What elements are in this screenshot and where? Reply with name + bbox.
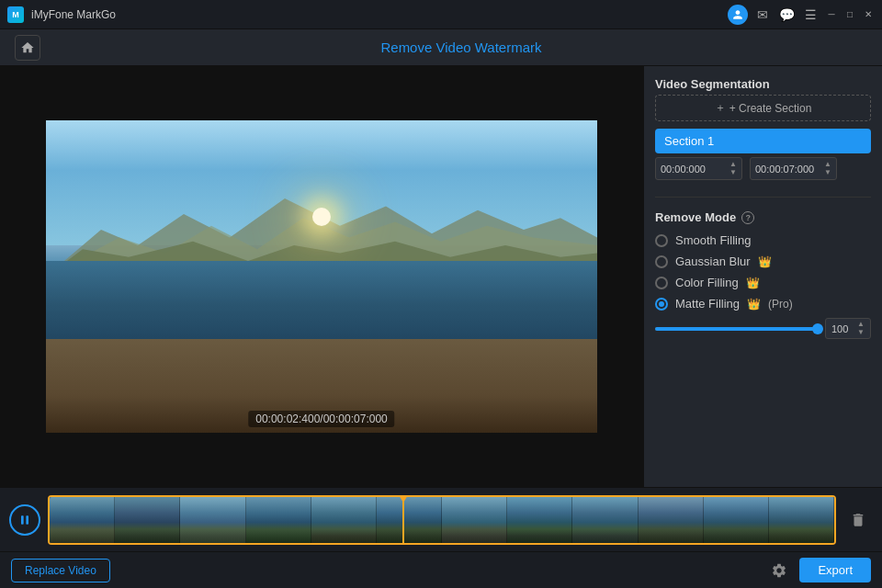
matte-filling-label: Matte Filling [675, 297, 740, 311]
timeline-frame [572, 497, 638, 543]
page-title: Remove Video Watermark [55, 40, 867, 55]
smooth-filling-label: Smooth Filling [675, 233, 751, 247]
color-crown-icon: 👑 [746, 277, 760, 289]
timeline-frame [769, 497, 834, 543]
start-time-spinners: ▲ ▼ [729, 161, 737, 176]
end-time-down[interactable]: ▼ [824, 169, 831, 176]
slider-spinners: ▲ ▼ [857, 321, 865, 336]
radio-matte-circle [655, 298, 668, 311]
mail-icon[interactable]: ✉ [753, 6, 772, 24]
end-time-up[interactable]: ▲ [824, 161, 831, 168]
remove-mode-label: Remove Mode [655, 210, 736, 224]
remove-mode-section: Remove Mode ? Smooth Filling Gaussian Bl… [655, 210, 871, 339]
minimize-button[interactable]: ─ [825, 8, 838, 21]
plus-icon: ＋ [715, 100, 726, 116]
slider-thumb[interactable] [812, 323, 823, 334]
end-time-value: 00:00:07:000 [755, 164, 814, 175]
right-panel: Video Segmentation ＋ + Create Section Se… [643, 66, 882, 487]
timeline-frame [180, 497, 245, 543]
timeline-frame [115, 497, 180, 543]
end-time-spinners: ▲ ▼ [824, 161, 831, 176]
matte-crown-icon: 👑 [747, 298, 761, 311]
svg-rect-3 [21, 515, 24, 524]
timeline-frame [442, 497, 507, 543]
end-time-input[interactable]: 00:00:07:000 ▲ ▼ [750, 157, 837, 180]
menu-icon[interactable]: ☰ [801, 6, 820, 24]
app-icon: M [7, 6, 24, 23]
bottom-right: Export [766, 558, 871, 583]
start-time-input[interactable]: 00:00:000 ▲ ▼ [655, 157, 742, 180]
timeline-frame [246, 497, 311, 543]
close-button[interactable]: ✕ [862, 8, 875, 21]
slider-number: 100 [831, 323, 848, 334]
maximize-button[interactable]: □ [843, 8, 856, 21]
export-button[interactable]: Export [799, 558, 871, 582]
radio-color-circle [655, 277, 668, 289]
app-title: iMyFone MarkGo [31, 8, 728, 21]
section-times: 00:00:000 ▲ ▼ 00:00:07:000 ▲ ▼ [655, 157, 871, 180]
pause-button[interactable] [9, 504, 40, 536]
create-section-button[interactable]: ＋ + Create Section [655, 95, 871, 121]
matte-pro-label: (Pro) [768, 298, 793, 311]
remove-mode-title: Remove Mode ? [655, 210, 871, 224]
segmentation-section: Video Segmentation ＋ + Create Section Se… [655, 77, 871, 184]
video-preview: 00:00:02:400/00:00:07:000 [46, 120, 597, 433]
timeline-frame [377, 497, 442, 543]
sun-burst [312, 208, 331, 226]
chat-icon[interactable]: 💬 [777, 6, 796, 24]
create-section-label: + Create Section [729, 102, 812, 115]
svg-rect-4 [26, 515, 28, 524]
segmentation-title: Video Segmentation [655, 77, 871, 91]
slider-up[interactable]: ▲ [857, 321, 865, 328]
timeline-frame [639, 497, 704, 543]
section-item[interactable]: Section 1 [655, 129, 871, 153]
main-header: Remove Video Watermark [0, 29, 882, 66]
start-time-down[interactable]: ▼ [729, 169, 737, 176]
slider-track[interactable] [655, 327, 818, 331]
slider-fill [655, 327, 818, 331]
start-time-up[interactable]: ▲ [729, 161, 737, 168]
gaussian-blur-label: Gaussian Blur [675, 254, 751, 268]
delete-timeline-button[interactable] [843, 505, 873, 535]
timeline-frame [507, 497, 572, 543]
titlebar: M iMyFone MarkGo ✉ 💬 ☰ ─ □ ✕ [0, 0, 882, 29]
radio-smooth-circle [655, 234, 668, 247]
timeline-frames [50, 497, 834, 543]
radio-gaussian-circle [655, 255, 668, 268]
radio-matte-filling[interactable]: Matte Filling 👑 (Pro) [655, 293, 871, 314]
titlebar-icons: ✉ 💬 ☰ ─ □ ✕ [728, 5, 875, 25]
radio-gaussian-blur[interactable]: Gaussian Blur 👑 [655, 251, 871, 272]
video-area: 00:00:02:400/00:00:07:000 [0, 66, 643, 487]
video-timestamp: 00:00:02:400/00:00:07:000 [248, 411, 394, 427]
divider [655, 197, 871, 198]
bottom-bar: Replace Video Export [0, 551, 882, 588]
slider-row: 100 ▲ ▼ [655, 318, 871, 339]
timeline-frame [311, 497, 377, 543]
timeline-frame [704, 497, 769, 543]
slider-value-input[interactable]: 100 ▲ ▼ [825, 318, 871, 339]
start-time-value: 00:00:000 [661, 164, 706, 175]
timeline-frame [50, 497, 115, 543]
user-icon[interactable] [728, 5, 748, 25]
gaussian-crown-icon: 👑 [758, 255, 772, 268]
radio-color-filling[interactable]: Color Filling 👑 [655, 272, 871, 293]
slider-down[interactable]: ▼ [857, 329, 865, 336]
timeline-strip[interactable] [48, 495, 836, 545]
help-icon[interactable]: ? [741, 211, 754, 224]
radio-smooth-filling[interactable]: Smooth Filling [655, 230, 871, 251]
sections-list: Section 1 00:00:000 ▲ ▼ 00:00:07:000 ▲ [655, 129, 871, 184]
settings-button[interactable] [766, 558, 792, 583]
color-filling-label: Color Filling [675, 276, 739, 289]
timeline-area [0, 487, 882, 551]
home-button[interactable] [15, 35, 40, 61]
section-name: Section 1 [664, 134, 714, 148]
content-area: 00:00:02:400/00:00:07:000 Video Segmenta… [0, 66, 882, 487]
replace-video-button[interactable]: Replace Video [11, 559, 110, 582]
timeline-cursor[interactable] [402, 497, 404, 543]
